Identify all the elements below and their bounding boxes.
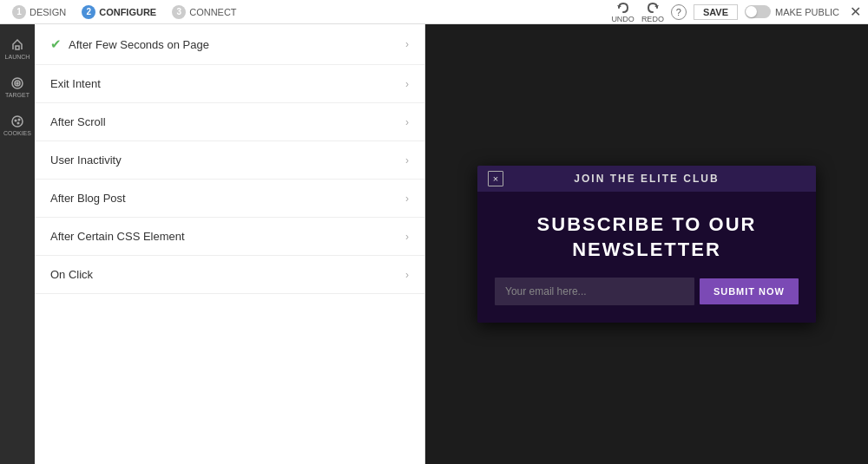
redo-label: REDO — [641, 15, 664, 23]
step-num-1: 1 — [12, 5, 26, 19]
close-button[interactable]: ✕ — [850, 3, 861, 20]
panel-item-6[interactable]: On Click › — [35, 256, 424, 294]
arrow-icon-1: › — [405, 78, 409, 90]
sidebar-label-target: TARGET — [5, 92, 30, 98]
sidebar-label-launch: LAUNCH — [5, 54, 30, 60]
svg-rect-0 — [16, 46, 19, 49]
arrow-icon-5: › — [405, 231, 409, 243]
svg-point-5 — [15, 120, 16, 121]
panel-item-label-5: After Certain CSS Element — [50, 230, 185, 243]
panel-item-left-3: User Inactivity — [50, 154, 122, 167]
arrow-icon-0: › — [405, 38, 409, 50]
panel-item-4[interactable]: After Blog Post › — [35, 180, 424, 218]
panel: ✔ After Few Seconds on Page › Exit Inten… — [35, 24, 425, 464]
check-icon-0: ✔ — [50, 36, 62, 52]
step-num-2: 2 — [82, 5, 95, 19]
top-bar: 1 DESIGN 2 CONFIGURE 3 CONNECT UNDO REDO — [0, 0, 868, 24]
icon-sidebar: LAUNCH TARGET COOKIES — [0, 24, 35, 464]
panel-item-label-2: After Scroll — [50, 115, 106, 128]
panel-item-5[interactable]: After Certain CSS Element › — [35, 218, 424, 256]
panel-item-left-5: After Certain CSS Element — [50, 230, 185, 243]
svg-point-6 — [17, 122, 19, 124]
preview-area: × JOIN THE ELITE CLUB SUBSCRIBE TO OUR N… — [425, 24, 868, 464]
panel-item-left-2: After Scroll — [50, 115, 106, 128]
make-public-toggle[interactable] — [745, 5, 771, 18]
popup-body: SUBSCRIBE TO OUR NEWSLETTER SUBMIT NOW — [477, 192, 816, 323]
step-design[interactable]: 1 DESIGN — [7, 3, 71, 21]
popup-close-button[interactable]: × — [488, 171, 503, 186]
panel-item-label-4: After Blog Post — [50, 192, 126, 205]
step-connect[interactable]: 3 CONNECT — [167, 3, 241, 21]
step-num-3: 3 — [172, 5, 186, 19]
redo-button[interactable]: REDO — [641, 1, 664, 23]
toggle-knob — [746, 6, 757, 17]
popup-headline-line1: SUBSCRIBE TO OUR — [537, 213, 757, 235]
panel-item-1[interactable]: Exit Intent › — [35, 65, 424, 103]
panel-item-label-0: After Few Seconds on Page — [69, 38, 209, 51]
save-button[interactable]: SAVE — [694, 4, 738, 20]
steps: 1 DESIGN 2 CONFIGURE 3 CONNECT — [7, 3, 611, 21]
svg-point-7 — [18, 119, 20, 121]
make-public-toggle-wrap: MAKE PUBLIC — [745, 5, 839, 18]
undo-label: UNDO — [611, 15, 635, 23]
panel-item-left-0: ✔ After Few Seconds on Page — [50, 36, 209, 52]
arrow-icon-2: › — [405, 116, 409, 128]
popup-overlay: × JOIN THE ELITE CLUB SUBSCRIBE TO OUR N… — [477, 166, 816, 323]
step-label-design: DESIGN — [30, 7, 66, 17]
popup-headline: SUBSCRIBE TO OUR NEWSLETTER — [495, 212, 799, 262]
sidebar-item-launch[interactable]: LAUNCH — [2, 31, 33, 66]
popup-headline-line2: NEWSLETTER — [572, 239, 721, 260]
popup-top-title: JOIN THE ELITE CLUB — [574, 173, 719, 185]
target-icon — [10, 76, 24, 90]
step-label-connect: CONNECT — [189, 7, 236, 17]
make-public-label: MAKE PUBLIC — [775, 7, 839, 17]
arrow-icon-4: › — [405, 193, 409, 205]
step-label-configure: CONFIGURE — [99, 7, 156, 17]
popup-submit-button[interactable]: SUBMIT NOW — [700, 278, 799, 304]
popup-close-icon: × — [493, 173, 498, 184]
top-bar-right: UNDO REDO ? SAVE MAKE PUBLIC ✕ — [611, 1, 861, 23]
panel-item-3[interactable]: User Inactivity › — [35, 141, 424, 180]
main-layout: LAUNCH TARGET COOKIES ✔ After Few — [0, 24, 868, 464]
panel-item-2[interactable]: After Scroll › — [35, 103, 424, 141]
step-configure[interactable]: 2 CONFIGURE — [76, 3, 161, 21]
svg-point-4 — [12, 116, 23, 127]
undo-button[interactable]: UNDO — [611, 1, 635, 23]
panel-item-left-1: Exit Intent — [50, 77, 101, 90]
popup-top-bar: × JOIN THE ELITE CLUB — [477, 166, 816, 192]
panel-item-left-4: After Blog Post — [50, 192, 126, 205]
popup-form: SUBMIT NOW — [495, 278, 799, 305]
help-button[interactable]: ? — [671, 4, 687, 20]
popup-email-input[interactable] — [495, 278, 694, 305]
svg-point-3 — [16, 82, 18, 84]
panel-item-label-3: User Inactivity — [50, 154, 122, 167]
arrow-icon-6: › — [405, 269, 409, 281]
sidebar-item-cookies[interactable]: COOKIES — [2, 108, 33, 142]
panel-item-left-6: On Click — [50, 268, 93, 281]
arrow-icon-3: › — [405, 154, 409, 167]
cookies-icon — [10, 114, 24, 128]
sidebar-item-target[interactable]: TARGET — [2, 69, 33, 104]
panel-item-label-6: On Click — [50, 268, 93, 281]
sidebar-label-cookies: COOKIES — [3, 130, 31, 136]
panel-item-0[interactable]: ✔ After Few Seconds on Page › — [35, 24, 424, 65]
panel-item-label-1: Exit Intent — [50, 77, 101, 90]
launch-icon — [10, 38, 24, 52]
